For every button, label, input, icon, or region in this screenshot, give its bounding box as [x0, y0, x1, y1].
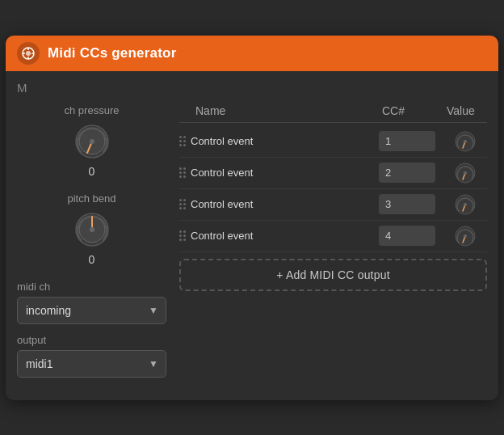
col-value-header: Value [443, 104, 487, 117]
row-2-name-cell: Control event [179, 167, 379, 179]
svg-point-13 [90, 227, 94, 232]
row-4-value-knob[interactable] [454, 225, 477, 247]
svg-point-25 [464, 234, 467, 238]
table-row: Control event [179, 189, 487, 221]
svg-point-22 [464, 203, 467, 206]
row-3-cc-input[interactable] [379, 194, 435, 214]
svg-point-16 [464, 140, 467, 143]
table-header: Name CC# Value [179, 104, 487, 123]
svg-point-19 [464, 171, 467, 175]
midi-ch-label: midi ch [17, 281, 166, 293]
row-4-value-cell [443, 225, 487, 247]
drag-handle-icon[interactable] [179, 199, 186, 209]
row-1-name: Control event [191, 135, 253, 147]
midi-ch-field: midi ch incoming 1 2 ▼ [17, 281, 166, 324]
row-3-value-knob[interactable] [454, 193, 477, 216]
left-panel: ch pressure [17, 104, 166, 387]
pitch-bend-section: pitch bend 0 [17, 192, 166, 266]
table-row: Control event [179, 158, 487, 189]
col-cc-header: CC# [379, 104, 443, 117]
ch-pressure-value: 0 [89, 165, 95, 178]
midi-ch-select[interactable]: incoming 1 2 [17, 297, 166, 324]
ch-pressure-knob-container: 0 [72, 121, 112, 178]
row-1-name-cell: Control event [179, 135, 379, 147]
pitch-bend-label: pitch bend [68, 192, 116, 205]
right-panel: Name CC# Value Contro [179, 104, 487, 387]
col-name-header: Name [179, 104, 379, 117]
titlebar: Midi CCs generator [6, 36, 498, 71]
row-2-cc-input[interactable] [379, 163, 435, 183]
main-layout: ch pressure [17, 104, 487, 387]
pitch-bend-knob[interactable] [72, 209, 112, 250]
svg-point-9 [90, 139, 94, 144]
row-3-name-cell: Control event [179, 198, 379, 210]
svg-point-1 [26, 51, 31, 56]
drag-handle-icon[interactable] [179, 167, 186, 178]
ch-pressure-knob[interactable] [72, 121, 112, 162]
output-label: output [17, 334, 166, 346]
table-row: Control event [179, 221, 487, 252]
row-4-cc-input[interactable] [379, 226, 435, 246]
table-row: Control event [179, 126, 487, 158]
output-select-wrapper: midi1 midi2 ▼ [17, 350, 166, 378]
midi-ch-select-wrapper: incoming 1 2 ▼ [17, 297, 166, 324]
main-window: Midi CCs generator M ch pressure [6, 36, 498, 400]
app-icon [17, 42, 40, 65]
add-midi-cc-button[interactable]: + Add MIDI CC output [179, 259, 487, 291]
ch-pressure-section: ch pressure [17, 104, 166, 178]
row-1-value-knob[interactable] [454, 130, 477, 153]
row-2-value-knob[interactable] [454, 162, 477, 184]
drag-handle-icon[interactable] [179, 230, 186, 241]
row-3-name: Control event [191, 198, 253, 210]
row-4-name: Control event [191, 230, 253, 242]
row-1-cc-input[interactable] [379, 131, 435, 151]
output-select[interactable]: midi1 midi2 [17, 350, 166, 378]
row-2-value-cell [443, 162, 487, 184]
row-1-value-cell [443, 130, 487, 153]
pitch-bend-value: 0 [89, 253, 95, 266]
window-title: Midi CCs generator [48, 45, 176, 61]
pitch-bend-knob-container: 0 [72, 209, 112, 266]
row-2-name: Control event [191, 167, 253, 179]
row-3-value-cell [443, 193, 487, 216]
table-body: Control event [179, 126, 487, 252]
ch-pressure-label: ch pressure [65, 104, 120, 116]
row-4-name-cell: Control event [179, 230, 379, 242]
drag-handle-icon[interactable] [179, 136, 186, 146]
output-field: output midi1 midi2 ▼ [17, 334, 166, 378]
m-label: M [17, 81, 487, 95]
content-area: M ch pressure [6, 71, 498, 400]
